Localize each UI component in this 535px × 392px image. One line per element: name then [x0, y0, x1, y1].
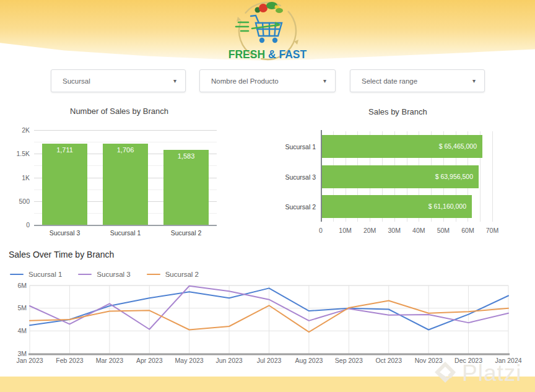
x-tick-label: Jul 2023 — [257, 357, 282, 364]
x-tick-label: Oct 2023 — [375, 357, 402, 364]
bar-value-label: 1,583 — [163, 152, 209, 160]
filter-sucursal-label: Sucursal — [63, 77, 90, 85]
y-tick-label: 1K — [5, 174, 30, 181]
bar-value-label: 1,711 — [42, 146, 87, 154]
bar-value-label: 1,706 — [103, 146, 148, 154]
x-category-label: Sucursal 3 — [33, 229, 96, 237]
platzi-watermark: Platzi — [432, 359, 521, 386]
filter-sucursal[interactable]: Sucursal ▾ — [51, 69, 186, 92]
y-category-label: Sucursal 3 — [264, 173, 316, 181]
legend-label: Sucursal 2 — [165, 271, 199, 278]
v-gridline — [492, 131, 493, 222]
y-tick-label: 4M — [17, 327, 27, 334]
minor-gridline — [34, 142, 217, 142]
x-tick-label: 40M — [407, 227, 430, 234]
y-tick-label: 1.5K — [5, 150, 30, 157]
x-tick-label: 0 — [310, 227, 332, 234]
platzi-watermark-text: Platzi — [462, 362, 521, 385]
y-tick-label: 5M — [17, 304, 27, 311]
chevron-down-icon: ▾ — [323, 77, 326, 84]
bar-chart-title: Number of Sales by Branch — [70, 107, 168, 116]
x-tick-label: Aug 2023 — [295, 357, 323, 364]
major-gridline — [34, 130, 217, 131]
x-tick-label: 50M — [432, 227, 455, 234]
x-category-label: Sucursal 1 — [94, 229, 157, 237]
x-axis-line — [34, 225, 217, 226]
line-chart-title: Sales Over Time by Branch — [9, 250, 114, 259]
y-tick-label: 6M — [17, 282, 27, 289]
bar-value-label: $ 65,465,000 — [322, 142, 477, 150]
bar-sucursal-2[interactable] — [163, 150, 209, 225]
bar-value-label: $ 61,160,000 — [322, 203, 466, 210]
logo-wordmark: FRESH & FAST — [228, 48, 307, 61]
filter-date-range-label: Select date range — [362, 77, 417, 85]
x-tick-label: 10M — [334, 227, 357, 234]
legend-label: Sucursal 3 — [97, 271, 130, 278]
y-tick-label: 500 — [5, 198, 30, 205]
legend-item-sucursal-3: Sucursal 3 — [78, 271, 130, 278]
filter-producto-label: Nombre del Producto — [211, 77, 279, 85]
legend-swatch — [147, 274, 160, 276]
x-tick-label: Apr 2023 — [136, 357, 163, 364]
x-tick-label: 60M — [456, 227, 479, 234]
shopping-cart-icon — [251, 15, 282, 43]
filter-date-range[interactable]: Select date range ▾ — [350, 69, 485, 92]
y-tick-label: 2K — [5, 126, 30, 134]
y-tick-label: 0 — [5, 221, 30, 229]
dashboard: FRESH & FAST Sucursal ▾ Nombre del Produ… — [0, 0, 535, 392]
y-category-label: Sucursal 2 — [264, 203, 316, 211]
hbar-chart-title: Sales by Branch — [368, 107, 427, 116]
x-tick-label: Feb 2023 — [56, 357, 84, 364]
legend-label: Sucursal 1 — [28, 271, 62, 278]
x-tick-label: May 2023 — [175, 357, 204, 364]
x-tick-label: Mar 2023 — [96, 357, 124, 364]
x-tick-label: Jan 2023 — [16, 357, 43, 364]
legend-item-sucursal-2: Sucursal 2 — [147, 271, 199, 278]
line-chart-legend: Sucursal 1Sucursal 3Sucursal 2 — [10, 271, 199, 278]
x-tick-label: 30M — [383, 227, 406, 234]
chevron-down-icon: ▾ — [472, 77, 476, 84]
bar-sucursal-1[interactable] — [103, 144, 148, 225]
x-tick-label: Jun 2023 — [215, 357, 242, 364]
bar-value-label: $ 63,956,500 — [322, 173, 473, 180]
y-category-label: Sucursal 1 — [264, 143, 316, 150]
logo-graphic: FRESH & FAST — [227, 0, 308, 66]
legend-swatch — [78, 274, 92, 276]
bar-sucursal-3[interactable] — [42, 144, 87, 225]
x-tick-label: 20M — [359, 227, 381, 234]
x-category-label: Sucursal 2 — [155, 229, 217, 237]
x-tick-label: 70M — [481, 227, 503, 234]
chevron-down-icon: ▾ — [173, 77, 176, 84]
platzi-logo-icon — [432, 359, 458, 386]
fresh-and-fast-logo: FRESH & FAST — [227, 0, 308, 66]
legend-swatch — [10, 274, 24, 276]
filter-nombre-del-producto[interactable]: Nombre del Producto ▾ — [199, 69, 336, 92]
y-tick-label: 3M — [17, 350, 27, 357]
x-tick-label: Sep 2023 — [335, 357, 363, 364]
legend-item-sucursal-1: Sucursal 1 — [10, 271, 62, 278]
